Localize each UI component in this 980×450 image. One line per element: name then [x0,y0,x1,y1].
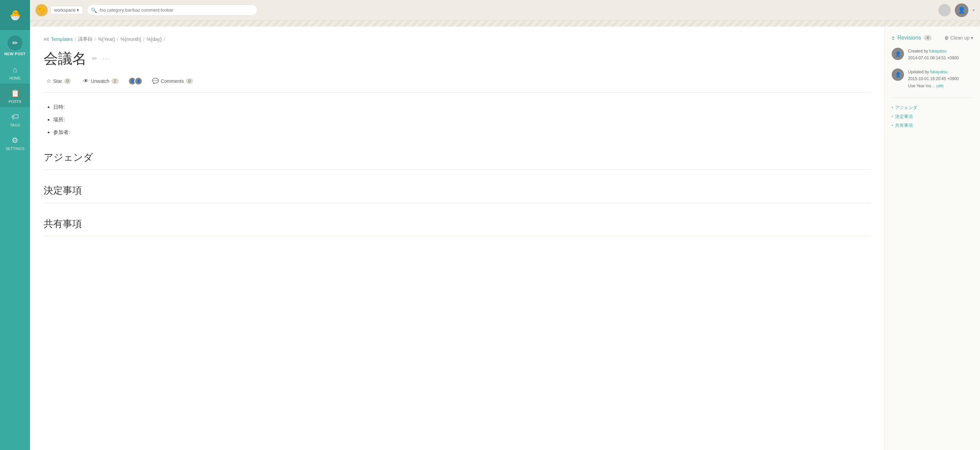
revision-action-1: Created by [908,49,928,54]
main-area: 🐤 workspace ▾ 🔍 foo category:bar/baz com… [30,0,980,450]
revisions-plus-icon: ± [892,35,895,41]
revision-timestamp-2: 2015-10-01 16:20:45 +0900 [908,76,959,81]
new-post-icon: ✏ [8,35,22,51]
settings-icon: ⚙ [11,136,18,145]
revision-user-1[interactable]: fukayatsu [929,49,947,54]
section-decisions-title: 決定事項 [44,182,871,203]
trash-icon: 🗑 [944,35,949,41]
revisions-title: Revisions [897,35,921,41]
toc-section: • アジェンダ • 決定事項 • 共有事項 [892,97,973,130]
toc-bullet-2: • [892,114,893,118]
revision-timestamp-1: 2014-07-01 08:14:51 +0900 [908,56,959,60]
sidebar-item-home[interactable]: ⌂ HOME [0,60,30,84]
content-area: #4 Templates / 議事録 / %{Year} / %{month} … [30,27,980,450]
toc-link-1[interactable]: アジェンダ [895,105,917,111]
breadcrumb: #4 Templates / 議事録 / %{Year} / %{month} … [44,36,871,42]
star-count: 0 [64,78,71,84]
breadcrumb-sep-1: / [75,37,76,42]
search-input[interactable]: foo category:bar/baz comment:foobar [87,5,258,16]
home-icon: ⌂ [13,65,17,74]
topbar-right: 👤 ▾ [939,3,975,17]
watcher-avatar-2: 👤 [134,77,143,85]
comments-icon: 💬 [152,78,159,84]
breadcrumb-sep-5: / [164,37,165,42]
user-avatar[interactable]: 👤 [955,3,969,17]
breadcrumb-item-5: %{day} [146,37,162,42]
revisions-count: 4 [924,35,932,41]
sidebar-item-home-label: HOME [10,76,21,80]
workspace-name: workspace [54,8,75,13]
post-title-row: 会議名 ✏ ··· [44,49,871,68]
revisions-header: ± Revisions 4 🗑 Clean up ▾ [892,35,973,41]
main-content: #4 Templates / 議事録 / %{Year} / %{month} … [30,27,885,450]
toc-link-2[interactable]: 決定事項 [895,113,913,120]
body-item-2: 場所: [53,115,871,124]
user-chevron-icon: ▾ [972,8,975,13]
more-options-icon[interactable]: ··· [103,55,111,62]
right-sidebar: ± Revisions 4 🗑 Clean up ▾ 👤 Created by … [885,27,980,450]
new-post-button[interactable]: ✏ NEW POST [0,30,30,60]
revision-item-1: 👤 Created by fukayatsu 2014-07-01 08:14:… [892,48,973,62]
breadcrumb-templates[interactable]: Templates [51,37,73,42]
comments-label: Comments [161,78,184,84]
watcher-avatars: 👤 👤 [128,77,143,85]
revision-diff-link[interactable]: (diff) [936,84,944,88]
revision-avatar-2: 👤 [892,68,904,81]
sidebar-item-tags[interactable]: 🏷 TAGS [0,107,30,130]
toc-item-2: • 決定事項 [892,112,973,121]
revision-item-2: 👤 Updated by fukayatsu 2015-10-01 16:20:… [892,68,973,89]
cleanup-chevron-icon: ▾ [971,35,973,41]
revision-note-2: Use Year ins… [908,84,935,88]
cleanup-button[interactable]: 🗑 Clean up ▾ [944,35,973,41]
breadcrumb-item-2: 議事録 [78,36,92,42]
sidebar-item-posts-label: POSTS [8,100,21,103]
breadcrumb-sep-2: / [94,37,96,42]
notification-icon[interactable] [939,4,951,16]
workspace-dropdown[interactable]: workspace ▾ [51,6,83,14]
new-post-label: NEW POST [5,52,26,56]
comments-button[interactable]: 💬 Comments 0 [150,76,196,86]
revision-user-2[interactable]: fukayatsu [930,70,948,74]
search-bar: 🔍 foo category:bar/baz comment:foobar [87,5,258,16]
revision-action-2: Updated by [908,70,929,74]
comments-count: 0 [186,78,193,84]
breadcrumb-item-4: %{month} [120,37,141,42]
sidebar-item-posts[interactable]: 📋 POSTS [0,84,30,107]
toc-bullet-1: • [892,106,893,110]
watch-button[interactable]: 👁 Unwatch 2 [81,77,121,86]
watch-icon: 👁 [83,78,89,84]
sidebar-logo: 🐣 [0,0,30,30]
post-body: 日時: 場所: 参加者: アジェンダ 決定事項 共有事項 [44,102,871,236]
sidebar-logo-icon: 🐣 [9,10,21,21]
sidebar: 🐣 ✏ NEW POST ⌂ HOME 📋 POSTS 🏷 TAGS ⚙ SET… [0,0,30,450]
cleanup-label: Clean up [950,35,969,41]
post-title: 会議名 [44,49,87,68]
revision-info-2: Updated by fukayatsu 2015-10-01 16:20:45… [908,68,959,89]
post-actions: ☆ Star 0 👁 Unwatch 2 👤 👤 💬 Comments 0 [44,76,871,93]
watch-label: Unwatch [91,78,109,84]
edit-title-icon[interactable]: ✏ [92,55,97,62]
toc-link-3[interactable]: 共有事項 [895,122,913,129]
stripe-bar [30,21,980,27]
topbar-brand: 🐤 workspace ▾ [35,4,83,16]
body-item-1: 日時: [53,102,871,111]
sidebar-item-settings[interactable]: ⚙ SETTINGS [0,130,30,154]
posts-icon: 📋 [11,89,20,98]
post-number: #4 [44,37,49,42]
topbar: 🐤 workspace ▾ 🔍 foo category:bar/baz com… [30,0,980,21]
section-agenda-title: アジェンダ [44,149,871,170]
sidebar-item-settings-label: SETTINGS [5,146,24,151]
breadcrumb-sep-4: / [143,37,145,42]
revision-info-1: Created by fukayatsu 2014-07-01 08:14:51… [908,48,959,62]
topbar-logo-icon: 🐤 [38,6,46,14]
star-button[interactable]: ☆ Star 0 [44,76,74,86]
breadcrumb-item-3: %{Year} [98,37,115,42]
search-icon: 🔍 [91,8,97,13]
body-list: 日時: 場所: 参加者: [44,102,871,137]
section-shared-title: 共有事項 [44,215,871,236]
tags-icon: 🏷 [11,113,19,121]
toc-item-1: • アジェンダ [892,103,973,112]
sidebar-nav: ⌂ HOME 📋 POSTS 🏷 TAGS ⚙ SETTINGS [0,60,30,154]
topbar-logo: 🐤 [35,4,48,16]
breadcrumb-sep-3: / [117,37,118,42]
